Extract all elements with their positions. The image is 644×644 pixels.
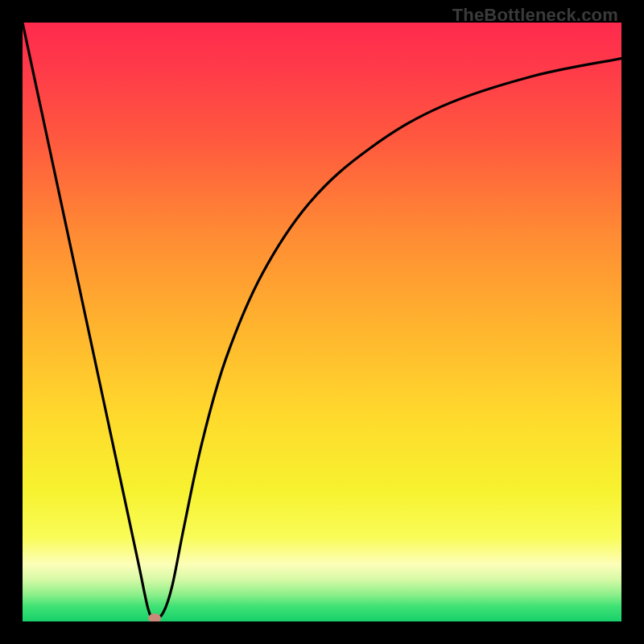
plot-area (23, 23, 621, 621)
chart-frame: TheBottleneck.com (0, 0, 644, 644)
bottleneck-curve (23, 23, 621, 621)
watermark-label: TheBottleneck.com (452, 5, 618, 26)
optimal-point-marker (148, 613, 161, 621)
